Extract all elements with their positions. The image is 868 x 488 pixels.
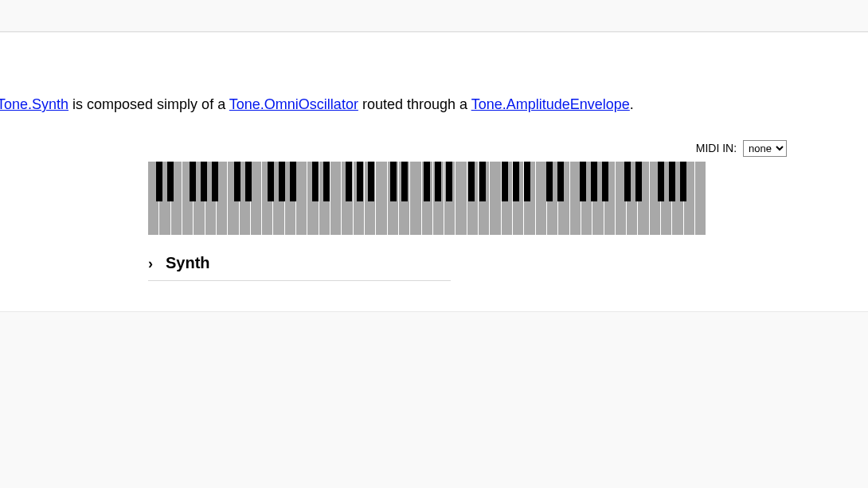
white-key[interactable]	[251, 162, 262, 235]
black-key[interactable]	[245, 162, 252, 201]
black-key[interactable]	[346, 162, 352, 201]
midi-in-label: MIDI IN:	[696, 142, 737, 154]
black-key[interactable]	[167, 162, 174, 201]
chevron-right-icon: ›	[148, 256, 158, 271]
black-key[interactable]	[546, 162, 553, 201]
black-key[interactable]	[390, 162, 397, 201]
black-key[interactable]	[156, 162, 162, 201]
black-key[interactable]	[479, 162, 486, 201]
black-key[interactable]	[368, 162, 374, 201]
white-key[interactable]	[296, 162, 307, 235]
white-key[interactable]	[410, 162, 421, 235]
black-key[interactable]	[468, 162, 475, 201]
black-key[interactable]	[557, 162, 564, 201]
synth-panel: › Synth	[148, 251, 451, 281]
black-key[interactable]	[268, 162, 274, 201]
black-key[interactable]	[357, 162, 363, 201]
black-key[interactable]	[669, 162, 675, 201]
white-key[interactable]	[456, 162, 467, 235]
black-key[interactable]	[424, 162, 430, 201]
white-key[interactable]	[490, 162, 501, 235]
black-key[interactable]	[602, 162, 608, 201]
white-key[interactable]	[217, 162, 228, 235]
black-key[interactable]	[279, 162, 285, 201]
white-key[interactable]	[330, 162, 342, 235]
black-key[interactable]	[446, 162, 452, 201]
white-key[interactable]	[376, 162, 387, 235]
bottom-area	[0, 312, 868, 488]
black-key[interactable]	[658, 162, 664, 201]
midi-in-select[interactable]: none	[743, 140, 787, 157]
black-key[interactable]	[201, 162, 207, 201]
link-tone-omnioscillator[interactable]: Tone.OmniOscillator	[229, 96, 358, 112]
link-tone-amplitudeenvelope[interactable]: Tone.AmplitudeEnvelope	[471, 96, 630, 112]
link-tone-synth[interactable]: Tone.Synth	[0, 96, 68, 112]
black-key[interactable]	[234, 162, 240, 201]
synth-toggle[interactable]: › Synth	[148, 251, 451, 275]
black-key[interactable]	[190, 162, 196, 201]
black-key[interactable]	[290, 162, 296, 201]
top-strip	[0, 0, 868, 32]
midi-in-row: MIDI IN: none	[81, 140, 787, 157]
synth-title: Synth	[166, 254, 210, 272]
black-key[interactable]	[635, 162, 642, 201]
desc-text-3: .	[630, 96, 634, 112]
white-key[interactable]	[536, 162, 547, 235]
black-key[interactable]	[323, 162, 330, 201]
white-key[interactable]	[695, 162, 706, 235]
description-text: Tone.Synth is composed simply of a Tone.…	[0, 33, 868, 113]
content-box: Tone.Synth is composed simply of a Tone.…	[0, 32, 868, 312]
black-key[interactable]	[502, 162, 508, 201]
black-key[interactable]	[680, 162, 686, 201]
black-key[interactable]	[524, 162, 530, 201]
black-key[interactable]	[312, 162, 319, 201]
black-key[interactable]	[212, 162, 218, 201]
black-key[interactable]	[435, 162, 441, 201]
black-key[interactable]	[513, 162, 519, 201]
black-key[interactable]	[580, 162, 586, 201]
desc-text-2: routed through a	[358, 96, 471, 112]
black-key[interactable]	[591, 162, 597, 201]
black-key[interactable]	[401, 162, 408, 201]
piano-keyboard[interactable]	[148, 162, 706, 235]
black-key[interactable]	[624, 162, 631, 201]
desc-text-1: is composed simply of a	[68, 96, 229, 112]
